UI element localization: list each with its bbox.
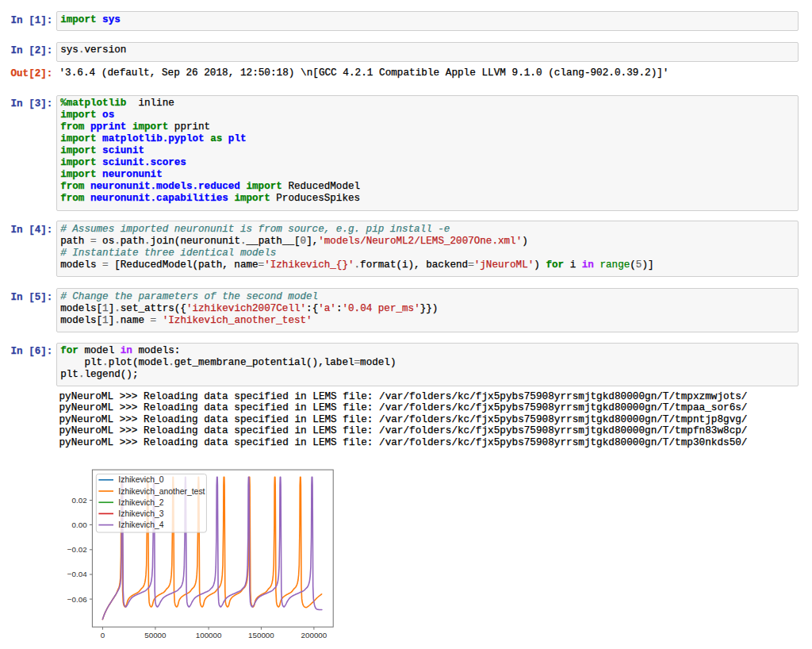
svg-text:100000: 100000: [196, 631, 222, 639]
svg-text:150000: 150000: [248, 631, 274, 639]
svg-text:0.00: 0.00: [72, 520, 88, 529]
svg-text:Izhikevich_2: Izhikevich_2: [118, 498, 163, 507]
svg-text:Izhikevich_4: Izhikevich_4: [118, 520, 163, 529]
svg-text:Izhikevich_0: Izhikevich_0: [118, 475, 163, 484]
svg-text:200000: 200000: [301, 631, 327, 639]
svg-text:Izhikevich_3: Izhikevich_3: [118, 509, 163, 518]
svg-text:−0.02: −0.02: [67, 545, 87, 554]
svg-text:−0.04: −0.04: [67, 570, 87, 578]
svg-text:Izhikevich_another_test: Izhikevich_another_test: [118, 487, 205, 496]
svg-text:50000: 50000: [144, 631, 167, 639]
svg-text:−0.06: −0.06: [67, 595, 87, 604]
svg-text:0.02: 0.02: [72, 496, 87, 505]
svg-text:0: 0: [101, 631, 105, 639]
